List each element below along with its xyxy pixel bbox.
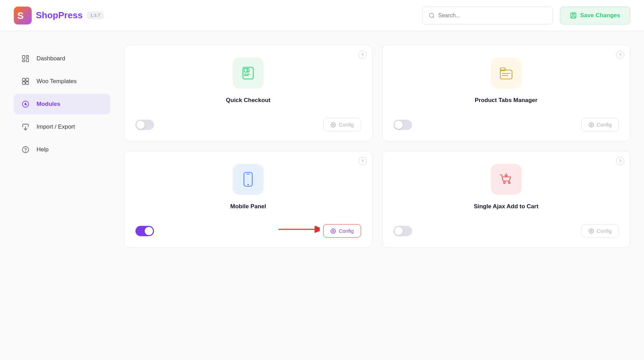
svg-point-34	[333, 230, 334, 232]
svg-point-32	[247, 184, 249, 185]
help-button-mobile-panel[interactable]: ?	[358, 157, 367, 165]
product-tabs-icon-wrap	[491, 58, 522, 89]
sidebar-label-dashboard: Dashboard	[37, 55, 65, 62]
module-card-mobile-panel: ? Mobile Panel	[124, 151, 372, 248]
mobile-panel-icon-wrap	[233, 164, 264, 195]
sidebar: Dashboard Woo Templates M	[14, 45, 110, 341]
sidebar-item-help[interactable]: Help	[14, 139, 110, 160]
sidebar-label-modules: Modules	[37, 101, 60, 108]
product-tabs-title: Product Tabs Manager	[475, 97, 538, 104]
sidebar-label-woo-templates: Woo Templates	[37, 78, 77, 85]
svg-point-18	[25, 151, 26, 152]
quick-checkout-toggle[interactable]	[135, 120, 154, 130]
version-badge: 1.3.7	[87, 11, 104, 19]
config-gear-icon	[330, 122, 336, 128]
single-ajax-toggle[interactable]	[393, 226, 412, 236]
grid-icon	[21, 77, 30, 86]
product-tabs-footer: Config	[393, 118, 619, 131]
save-changes-button[interactable]: Save Changes	[560, 7, 630, 24]
mobile-panel-footer: Config	[135, 224, 361, 238]
quick-checkout-config[interactable]: Config	[323, 118, 361, 131]
quick-checkout-footer: Config	[135, 118, 361, 131]
sidebar-item-import-export[interactable]: Import / Export	[14, 117, 110, 137]
mobile-panel-config[interactable]: Config	[323, 224, 361, 238]
single-ajax-title: Single Ajax Add to Cart	[474, 203, 539, 210]
svg-rect-7	[26, 56, 29, 57]
help-button-quick-checkout[interactable]: ?	[358, 51, 367, 59]
save-icon	[570, 12, 577, 19]
svg-point-15	[25, 103, 26, 105]
mobile-panel-icon	[241, 171, 255, 187]
quick-checkout-title: Quick Checkout	[226, 97, 270, 104]
svg-rect-9	[22, 60, 25, 62]
single-ajax-icon-wrap	[491, 164, 522, 195]
search-bar	[422, 7, 553, 24]
module-card-product-tabs: ? Product Tabs Manager Config	[382, 45, 631, 141]
svg-rect-13	[26, 82, 29, 84]
svg-rect-8	[26, 59, 29, 62]
header: S ShopPress 1.3.7 Save Changes	[0, 0, 644, 31]
import-export-icon	[21, 122, 30, 132]
help-button-single-ajax[interactable]: ?	[616, 157, 624, 165]
svg-text:S: S	[17, 10, 24, 21]
arrow-annotation	[275, 221, 320, 238]
svg-rect-25	[500, 70, 512, 79]
product-tabs-toggle[interactable]	[393, 120, 412, 130]
search-input[interactable]	[438, 12, 546, 19]
sidebar-label-help: Help	[37, 146, 49, 153]
config-gear-icon-3	[330, 228, 336, 234]
config-gear-icon-2	[589, 122, 594, 128]
mobile-panel-toggle[interactable]	[135, 226, 154, 236]
single-ajax-config[interactable]: Config	[581, 224, 619, 238]
help-button-product-tabs[interactable]: ?	[616, 51, 624, 59]
help-icon	[21, 145, 30, 154]
dashboard-icon	[21, 54, 30, 63]
sidebar-item-woo-templates[interactable]: Woo Templates	[14, 71, 110, 92]
logo-text: ShopPress	[36, 10, 83, 21]
svg-rect-6	[22, 56, 25, 59]
svg-rect-11	[26, 78, 29, 81]
sidebar-label-import-export: Import / Export	[37, 123, 75, 130]
svg-text:$: $	[246, 69, 248, 72]
single-ajax-icon	[498, 171, 514, 187]
svg-point-36	[508, 182, 510, 184]
main-layout: Dashboard Woo Templates M	[0, 31, 644, 355]
module-card-quick-checkout: ? $ Quick Checkout Config	[124, 45, 372, 141]
config-button-area: Config	[323, 224, 361, 238]
svg-point-24	[333, 124, 334, 126]
svg-point-29	[591, 124, 592, 126]
svg-rect-5	[572, 13, 574, 14]
shoppress-logo-icon: S	[14, 7, 32, 24]
single-ajax-footer: Config	[393, 224, 619, 238]
modules-icon	[21, 99, 30, 109]
svg-point-35	[503, 182, 505, 184]
svg-line-3	[433, 17, 434, 18]
svg-point-38	[591, 230, 592, 232]
quick-checkout-icon: $	[240, 65, 256, 81]
logo-area: S ShopPress 1.3.7	[14, 7, 104, 24]
module-card-single-ajax: ? Single Ajax Add to Cart	[382, 151, 631, 248]
sidebar-item-modules[interactable]: Modules	[14, 94, 110, 114]
mobile-panel-title: Mobile Panel	[230, 203, 266, 210]
modules-grid: ? $ Quick Checkout Config	[124, 45, 630, 341]
svg-rect-12	[22, 82, 25, 84]
product-tabs-icon	[498, 65, 514, 81]
sidebar-item-dashboard[interactable]: Dashboard	[14, 48, 110, 69]
search-icon	[429, 12, 435, 19]
product-tabs-config[interactable]: Config	[581, 118, 619, 131]
svg-rect-10	[22, 78, 25, 81]
config-gear-icon-4	[589, 228, 594, 234]
quick-checkout-icon-wrap: $	[233, 58, 264, 89]
svg-rect-4	[571, 13, 576, 18]
